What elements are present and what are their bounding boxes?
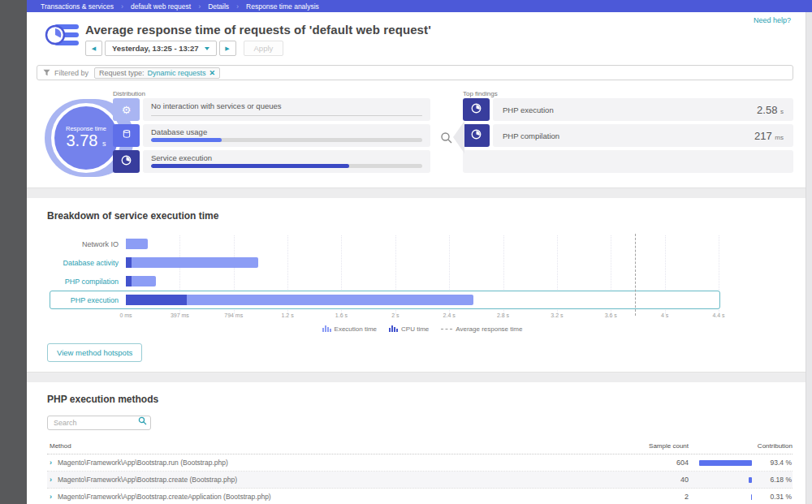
contribution-bar: [699, 460, 752, 466]
axis-tick-label: 4.4 s: [712, 312, 724, 318]
contribution-percent: 6.18 %: [759, 476, 792, 484]
response-time-icon: [45, 23, 79, 47]
callout-arrow: [453, 121, 464, 153]
top-finding-label: PHP compilation: [503, 131, 559, 140]
dashed-line-icon: [441, 329, 452, 330]
top-finding-label: PHP execution: [503, 106, 554, 114]
top-finding-row[interactable]: PHP compilation217 ms: [463, 124, 793, 147]
distribution-row-panel: Database usage: [143, 124, 430, 147]
axis-tick-label: 1.2 s: [281, 312, 293, 318]
method-name: Magento\Framework\App\Bootstrap.create (…: [58, 476, 237, 484]
legend-item-average-response-time: Average response time: [441, 325, 522, 333]
execution-time-bar[interactable]: [126, 257, 258, 268]
distribution-bar-fill: [151, 138, 222, 142]
expand-chevron-icon[interactable]: ›: [50, 476, 54, 484]
distribution-bar-track: [151, 138, 422, 142]
chart-row-2[interactable]: Database activity: [27, 256, 719, 269]
methods-table-body: ›Magento\Framework\App\Bootstrap.run (Bo…: [47, 454, 793, 504]
cpu-time-bar[interactable]: [126, 295, 187, 305]
database-icon: [113, 124, 140, 147]
method-search: [47, 414, 151, 430]
legend-label: CPU time: [401, 325, 429, 333]
distribution-bar-track: [151, 115, 422, 116]
expand-chevron-icon[interactable]: ›: [50, 493, 54, 501]
chart-legend: Execution timeCPU timeAverage response t…: [126, 325, 719, 334]
need-help-link[interactable]: Need help?: [754, 16, 791, 24]
table-row[interactable]: ›Magento\Framework\App\Bootstrap.createA…: [47, 489, 793, 504]
timeframe-next-button[interactable]: ▶: [219, 41, 236, 56]
distribution-row[interactable]: Service execution: [113, 150, 430, 173]
breadcrumb-item-1[interactable]: Transactions & services: [33, 2, 121, 11]
column-method: Method: [50, 442, 583, 450]
distribution-row[interactable]: ⚙No interaction with services or queues: [113, 98, 430, 121]
contribution-bar-zone: [695, 477, 752, 483]
chart-track: [126, 295, 719, 305]
legend-item-cpu-time: CPU time: [389, 325, 429, 334]
breadcrumb: Transactions & services›default web requ…: [27, 0, 812, 12]
breakdown-title: Breakdown of service execution time: [47, 210, 806, 222]
title-block: Average response time of requests of 'de…: [85, 23, 431, 56]
top-finding-row[interactable]: PHP execution2.58 s: [463, 98, 793, 121]
contribution-bar: [749, 477, 752, 483]
header-card: Need help? Average response time of requ…: [27, 12, 806, 188]
distribution-bar-track: [151, 164, 422, 168]
search-input[interactable]: [47, 416, 151, 430]
legend-label: Execution time: [335, 325, 377, 333]
execution-time-bar[interactable]: [126, 239, 148, 249]
chart-category-label[interactable]: PHP execution: [27, 296, 126, 304]
top-findings-column: Top findings PHP execution2.58 sPHP comp…: [463, 88, 793, 177]
chart-category-label[interactable]: Database activity: [27, 259, 126, 267]
distribution-row-panel: Service execution: [143, 150, 430, 173]
breadcrumb-item-2[interactable]: default web request: [123, 2, 198, 11]
scrollbar[interactable]: [806, 12, 812, 504]
table-row[interactable]: ›Magento\Framework\App\Bootstrap.create …: [47, 472, 793, 489]
top-finding-value: 217 ms: [754, 130, 784, 142]
remove-filter-icon[interactable]: ✕: [209, 69, 216, 77]
sample-count-cell: 2: [583, 493, 689, 501]
bar-chart-icon: [322, 325, 331, 334]
axis-tick-label: 794 ms: [224, 312, 243, 318]
chart-row-3[interactable]: PHP compilation: [27, 275, 719, 287]
search-icon[interactable]: [138, 416, 147, 425]
breadcrumb-item-4[interactable]: Response time analysis: [239, 2, 326, 11]
chart-category-label[interactable]: PHP compilation: [27, 278, 126, 286]
chart-track: [126, 276, 719, 286]
table-row[interactable]: ›Magento\Framework\App\Bootstrap.run (Bo…: [47, 454, 793, 472]
filter-chip-value: Dynamic requests: [148, 69, 206, 77]
top-findings-rows: PHP execution2.58 sPHP compilation217 ms: [463, 98, 793, 147]
breadcrumb-item-3[interactable]: Details: [201, 2, 236, 11]
distribution-row-panel: No interaction with services or queues: [143, 98, 430, 121]
column-contribution: Contribution: [689, 442, 793, 450]
chevron-down-icon: [205, 47, 209, 50]
apply-button[interactable]: Apply: [244, 41, 284, 56]
breakdown-chart: Network IODatabase activityPHP compilati…: [27, 238, 806, 334]
timeframe-prev-button[interactable]: ◀: [85, 41, 102, 56]
timeframe-selector: ◀ Yesterday, 13:25 - 13:27 ▶ Apply: [85, 41, 431, 56]
clock-icon: [470, 102, 482, 118]
distribution-row[interactable]: Database usage: [113, 124, 430, 147]
timeframe-button[interactable]: Yesterday, 13:25 - 13:27: [105, 41, 217, 56]
axis-tick-label: 2.4 s: [443, 312, 456, 318]
sample-count-cell: 604: [583, 459, 689, 467]
average-response-time-line: [635, 234, 636, 316]
zoom-connector: [430, 98, 463, 177]
method-cell: ›Magento\Framework\App\Bootstrap.create …: [47, 476, 583, 484]
contribution-cell: 0.31 %: [689, 493, 793, 501]
chart-row-1[interactable]: Network IO: [27, 238, 719, 250]
methods-title: PHP execution methods: [47, 394, 793, 405]
cpu-time-bar[interactable]: [126, 257, 132, 268]
chart-x-axis: 0 ms397 ms794 ms1.2 s1.6 s2 s2.4 s2.8 s3…: [126, 312, 719, 321]
magnifier-icon[interactable]: [440, 131, 453, 144]
contribution-percent: 0.31 %: [759, 493, 792, 501]
main-area: Transactions & services›default web requ…: [27, 0, 812, 504]
left-navigation-rail[interactable]: [0, 0, 27, 504]
cpu-time-bar[interactable]: [126, 276, 132, 286]
chart-row-4[interactable]: PHP execution: [27, 294, 719, 306]
filter-bar[interactable]: Filtered by Request type: Dynamic reques…: [37, 65, 793, 80]
timeframe-label: Yesterday, 13:25 - 13:27: [112, 44, 199, 53]
view-method-hotspots-button[interactable]: View method hotspots: [47, 343, 142, 362]
page-content: Need help? Average response time of requ…: [27, 12, 806, 504]
top-finding-value: 2.58 s: [757, 104, 784, 116]
axis-tick-label: 4 s: [661, 312, 668, 318]
expand-chevron-icon[interactable]: ›: [50, 459, 54, 467]
